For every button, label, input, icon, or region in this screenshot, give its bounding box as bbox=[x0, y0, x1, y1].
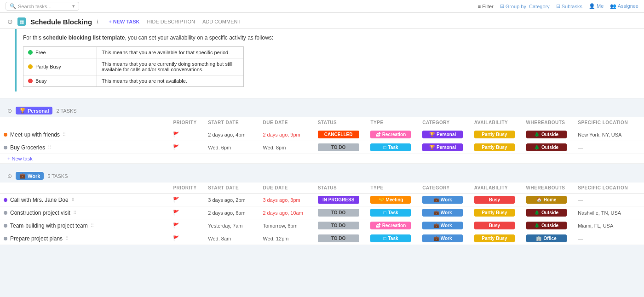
type-icon: 🤝 bbox=[379, 197, 384, 202]
type-badge: 🤝 Meeting bbox=[370, 196, 411, 204]
busy-desc: This means that you are not available. bbox=[97, 75, 244, 87]
type-icon: 🏕 bbox=[376, 132, 380, 137]
status-badge: IN PROGRESS bbox=[318, 196, 359, 204]
personal-badge: 🏆 Personal bbox=[16, 107, 52, 114]
availability-badge: Partly Busy bbox=[474, 143, 515, 151]
location-cell: Miami, FL, USA bbox=[574, 219, 644, 232]
groupby-btn[interactable]: ⊞ Group by: Category bbox=[500, 3, 550, 9]
page-title: Schedule Blocking bbox=[30, 18, 92, 26]
personal-count: 2 TASKS bbox=[56, 108, 76, 114]
me-icon: 👤 bbox=[589, 3, 595, 9]
th-type: TYPE bbox=[367, 117, 419, 128]
personal-header-row: PRIORITY START DATE DUE DATE STATUS TYPE… bbox=[0, 117, 644, 128]
th-category: CATEGORY bbox=[419, 117, 471, 128]
collapse-button[interactable]: ⊙ bbox=[7, 18, 13, 25]
busy-dot bbox=[28, 79, 33, 83]
work-count: 5 TASKS bbox=[47, 173, 68, 179]
availability-cell: Partly Busy bbox=[471, 141, 523, 154]
status-cell: IN PROGRESS bbox=[314, 194, 367, 206]
whereabouts-cell: 🌲 Outside bbox=[523, 219, 575, 232]
page-icon: ▦ bbox=[17, 17, 26, 26]
cat-icon: 🏆 bbox=[429, 132, 435, 137]
drag-handle[interactable]: ⠿ bbox=[65, 236, 69, 241]
search-icon: 🔍 bbox=[10, 3, 16, 9]
task-name-cell: Call with Mrs. Jane Doe ⠿ bbox=[0, 194, 169, 206]
task-name: Prepare project plans ⠿ bbox=[4, 235, 166, 242]
subtasks-btn[interactable]: ⊟ Subtasks bbox=[556, 3, 582, 9]
th-availability-w: AVAILABILITY bbox=[471, 183, 523, 194]
priority-cell: 🚩 bbox=[169, 194, 204, 206]
type-cell: □ Task bbox=[367, 206, 419, 219]
drag-handle[interactable]: ⠿ bbox=[73, 210, 76, 215]
top-bar-left: 🔍 Search tasks... ▾ bbox=[6, 2, 79, 11]
task-priority-dot bbox=[4, 198, 7, 202]
hide-description-button[interactable]: HIDE DESCRIPTION bbox=[147, 19, 196, 24]
drag-handle[interactable]: ⠿ bbox=[48, 145, 51, 150]
category-badge: 💼 Work bbox=[422, 222, 463, 229]
partly-busy-label: Partly Busy bbox=[28, 64, 92, 69]
whereabouts-cell: 🏢 Office bbox=[523, 232, 575, 245]
me-btn[interactable]: 👤 Me bbox=[589, 3, 604, 9]
priority-cell: 🚩 bbox=[169, 232, 204, 245]
availability-badge: Partly Busy bbox=[474, 131, 515, 138]
partly-busy-desc: This means that you are currently doing … bbox=[97, 58, 244, 75]
status-badge: TO DO bbox=[318, 209, 359, 217]
top-bar: 🔍 Search tasks... ▾ ≡ Filter ⊞ Group by:… bbox=[0, 0, 644, 13]
availability-cell: Partly Busy bbox=[471, 128, 523, 141]
due-date-cell: Tomorrow, 6pm bbox=[259, 219, 314, 232]
new-task-button[interactable]: + NEW TASK bbox=[109, 19, 139, 24]
availability-cell: Partly Busy bbox=[471, 232, 523, 245]
work-chevron[interactable]: ⊙ bbox=[7, 173, 12, 179]
status-cell: TO DO bbox=[314, 206, 367, 219]
availability-badge: Partly Busy bbox=[474, 209, 515, 217]
th-whereabouts: WHEREABOUTS bbox=[523, 117, 575, 128]
search-box[interactable]: 🔍 Search tasks... ▾ bbox=[6, 2, 79, 11]
add-comment-button[interactable]: ADD COMMENT bbox=[202, 19, 241, 24]
filter-icon: ≡ bbox=[478, 4, 481, 9]
availability-badge: Partly Busy bbox=[474, 234, 515, 242]
category-badge: 💼 Work bbox=[422, 234, 463, 242]
calendar-icon: ▦ bbox=[20, 19, 24, 24]
search-placeholder: Search tasks... bbox=[18, 4, 52, 9]
groupby-icon: ⊞ bbox=[500, 3, 504, 9]
type-icon: □ bbox=[383, 210, 386, 215]
th-due-date: DUE DATE bbox=[259, 117, 314, 128]
th-priority: PRIORITY bbox=[169, 117, 204, 128]
due-date-cell: Wed. 12pm bbox=[259, 232, 314, 245]
where-icon: 🏢 bbox=[536, 236, 541, 241]
work-badge: 💼 Work bbox=[16, 172, 44, 180]
task-name: Construction project visit ⠿ bbox=[4, 210, 166, 216]
th-status: STATUS bbox=[314, 117, 367, 128]
whereabouts-badge: 🌲 Outside bbox=[526, 209, 567, 217]
th-location: SPECIFIC LOCATION bbox=[574, 117, 644, 128]
new-task-row[interactable]: + New task bbox=[0, 154, 644, 164]
type-cell: □ Task bbox=[367, 232, 419, 245]
personal-chevron[interactable]: ⊙ bbox=[7, 108, 12, 114]
assignee-btn[interactable]: 👥 Assignee bbox=[610, 3, 638, 9]
location-cell: — bbox=[574, 232, 644, 245]
drag-handle[interactable]: ⠿ bbox=[63, 132, 66, 137]
status-cell: TO DO bbox=[314, 232, 367, 245]
location-cell: — bbox=[574, 194, 644, 206]
priority-cell: 🚩 bbox=[169, 206, 204, 219]
due-date-cell: Wed. 8pm bbox=[259, 141, 314, 154]
drag-handle[interactable]: ⠿ bbox=[71, 197, 75, 202]
category-cell: 💼 Work bbox=[419, 206, 471, 219]
status-cell: CANCELLED bbox=[314, 128, 367, 141]
group-work: ⊙ 💼 Work 5 TASKS PRIORITY START DATE DUE… bbox=[0, 169, 644, 245]
whereabouts-cell: 🌲 Outside bbox=[523, 206, 575, 219]
due-date-cell: 2 days ago, 9pm bbox=[259, 128, 314, 141]
start-date-cell: Wed. 8am bbox=[204, 232, 259, 245]
filter-btn[interactable]: ≡ Filter bbox=[478, 4, 494, 9]
due-date-cell: 2 days ago, 10am bbox=[259, 206, 314, 219]
task-name-cell: Prepare project plans ⠿ bbox=[0, 232, 169, 245]
cat-icon: 🏆 bbox=[429, 145, 435, 150]
description-area: For this schedule blocking list template… bbox=[15, 29, 629, 91]
location-cell: New York, NY, USA bbox=[574, 128, 644, 141]
personal-group-header: ⊙ 🏆 Personal 2 TASKS bbox=[0, 104, 644, 117]
task-name-cell: Construction project visit ⠿ bbox=[0, 206, 169, 219]
page-actions: + NEW TASK HIDE DESCRIPTION ADD COMMENT bbox=[109, 19, 241, 24]
drag-handle[interactable]: ⠿ bbox=[91, 223, 94, 228]
type-cell: □ Task bbox=[367, 141, 419, 154]
info-icon[interactable]: ℹ bbox=[97, 19, 98, 25]
